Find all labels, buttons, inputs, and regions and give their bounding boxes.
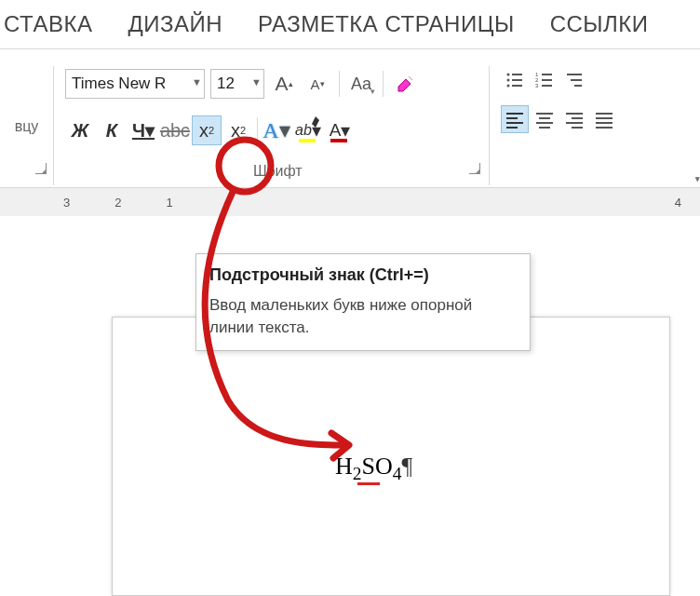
formula-sub4: 4 xyxy=(393,464,402,483)
chevron-down-icon: ▼ xyxy=(192,76,202,88)
tooltip-title: Подстрочный знак (Ctrl+=) xyxy=(209,265,517,285)
ruler-mark: 2 xyxy=(114,196,121,210)
font-size-combo[interactable]: 12 ▼ xyxy=(210,69,264,99)
change-case-button[interactable]: Aa ▾ xyxy=(347,70,375,98)
numbered-list-button[interactable]: 123 ▾ xyxy=(531,66,559,94)
highlight-button[interactable]: ab ▾ xyxy=(293,115,323,145)
clear-formatting-button[interactable] xyxy=(391,70,419,98)
subscript-button[interactable]: x2 xyxy=(192,115,222,145)
separator xyxy=(339,71,340,97)
grow-font-button[interactable]: A▴ xyxy=(270,70,298,98)
separator xyxy=(257,117,258,143)
ruler-mark: 4 xyxy=(675,196,681,210)
formula-sub2: 2 xyxy=(353,464,362,483)
text-effects-button[interactable]: A ▾ xyxy=(262,115,291,145)
align-justify-icon xyxy=(594,110,614,129)
svg-point-3 xyxy=(507,79,510,82)
font-name-combo[interactable]: Times New R ▼ xyxy=(65,69,205,99)
align-justify-button[interactable] xyxy=(590,105,618,133)
svg-text:3: 3 xyxy=(535,83,539,88)
eraser-icon xyxy=(395,74,415,94)
dialog-launcher-font[interactable] xyxy=(469,163,480,174)
tab-links[interactable]: ССЫЛКИ xyxy=(550,11,649,37)
svg-point-5 xyxy=(507,85,510,88)
ruler[interactable]: 3 2 1 4 xyxy=(0,188,700,216)
tab-insert[interactable]: СТАВКА xyxy=(4,11,92,37)
strikethrough-button[interactable]: abc xyxy=(160,115,190,145)
align-center-icon xyxy=(534,110,555,129)
highlighter-icon xyxy=(312,116,319,128)
bold-button[interactable]: Ж xyxy=(65,115,95,145)
shrink-font-button[interactable]: A▾ xyxy=(303,70,331,98)
bullet-list-button[interactable]: ▾ xyxy=(501,66,529,94)
document-formula[interactable]: H2SO4¶ xyxy=(335,453,412,484)
multilevel-list-icon xyxy=(565,71,584,89)
formula-h: H xyxy=(335,453,353,480)
svg-line-0 xyxy=(409,76,412,80)
numbered-list-icon: 123 xyxy=(535,71,554,89)
formula-so: SO xyxy=(362,453,393,480)
font-name-value: Times New R xyxy=(72,74,166,93)
dialog-launcher-clipboard[interactable] xyxy=(35,163,47,174)
chevron-down-icon: ▼ xyxy=(251,76,262,88)
tab-design[interactable]: ДИЗАЙН xyxy=(128,11,222,37)
font-group-label: Шрифт xyxy=(253,163,303,180)
underline-button[interactable]: Ч ▾ xyxy=(128,115,158,145)
tab-layout[interactable]: РАЗМЕТКА СТРАНИЦЫ xyxy=(258,11,515,37)
pilcrow-icon: ¶ xyxy=(402,453,413,480)
spellcheck-underline xyxy=(357,482,380,485)
tooltip-subscript: Подстрочный знак (Ctrl+=) Ввод маленьких… xyxy=(195,253,531,351)
font-size-value: 12 xyxy=(217,74,235,93)
ribbon-tabs: СТАВКА ДИЗАЙН РАЗМЕТКА СТРАНИЦЫ ССЫЛКИ xyxy=(0,0,700,47)
ribbon: вцу Times New R ▼ 12 ▼ A▴ A▾ Aa ▾ xyxy=(0,49,700,185)
ruler-mark: 1 xyxy=(166,196,172,210)
ruler-mark: 3 xyxy=(63,196,70,210)
align-center-button[interactable] xyxy=(531,105,559,133)
ribbon-group-paragraph: ▾ 123 ▾ ▾ xyxy=(490,66,676,185)
bullet-list-icon xyxy=(505,71,524,89)
superscript-button[interactable]: x2 xyxy=(223,115,253,145)
tooltip-body: Ввод маленьких букв ниже опорной линии т… xyxy=(209,294,517,339)
align-right-button[interactable] xyxy=(560,105,588,133)
italic-button[interactable]: К xyxy=(97,115,127,145)
svg-point-1 xyxy=(507,74,510,76)
clipboard-label-fragment: вцу xyxy=(0,118,53,135)
align-left-button[interactable] xyxy=(501,105,529,133)
align-left-icon xyxy=(505,110,525,129)
multilevel-list-button[interactable]: ▾ xyxy=(560,66,588,94)
font-color-button[interactable]: A ▾ xyxy=(325,115,355,145)
align-right-icon xyxy=(564,110,585,129)
separator xyxy=(383,71,384,97)
